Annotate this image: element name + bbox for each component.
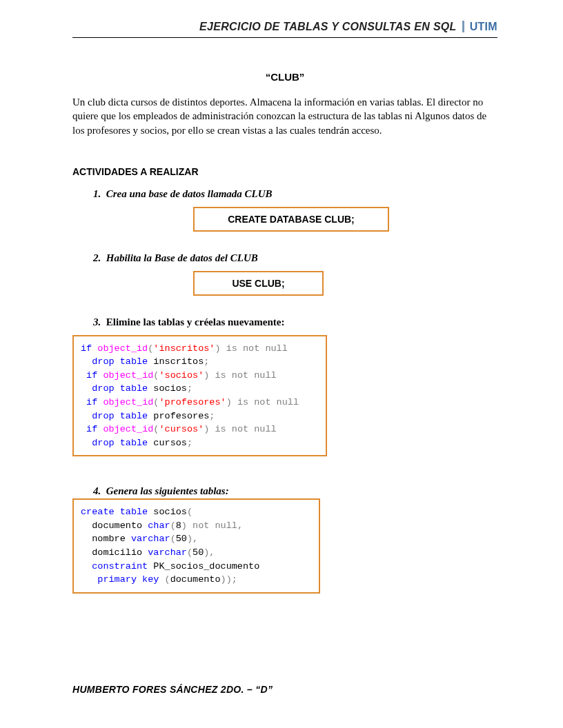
header-left-text: EJERCICIO DE TABLAS Y CONSULTAS EN SQL [199,21,464,32]
step-2-number: 2. [93,252,101,263]
header-divider [72,37,497,38]
step-4: 4. Genera las siguientes tablas: create … [72,485,497,593]
step-4-title: Genera las siguientes tablas: [106,485,229,496]
intro-paragraph: Un club dicta cursos de distintos deport… [72,95,497,137]
step-1: 1. Crea una base de datos llamada CLUB C… [72,188,497,232]
header-right-text: UTIM [464,21,497,32]
step-3-number: 3. [93,316,101,327]
step-4-number: 4. [93,485,101,496]
step-3-code-box: if object_id('inscritos') is not null dr… [72,335,327,457]
page-footer: HUMBERTO FORES SÁNCHEZ 2DO. – “D” [72,684,273,695]
step-1-title: Crea una base de datos llamada CLUB [106,188,273,199]
step-2-title: Habilita la Base de datos del CLUB [106,252,258,263]
step-3-title: Elimine las tablas y créelas nuevamente: [106,316,285,327]
step-1-number: 1. [93,188,101,199]
step-1-command-box: CREATE DATABASE CLUB; [193,207,389,232]
page-header: EJERCICIO DE TABLAS Y CONSULTAS EN SQLUT… [72,21,497,34]
step-2-command-box: USE CLUB; [193,271,324,296]
step-2: 2. Habilita la Base de datos del CLUB US… [72,252,497,296]
activities-heading: ACTIVIDADES A REALIZAR [72,166,497,177]
document-title: “CLUB” [72,71,497,83]
step-3: 3. Elimine las tablas y créelas nuevamen… [72,316,497,457]
step-4-code-box: create table socios( documento char(8) n… [72,498,320,593]
